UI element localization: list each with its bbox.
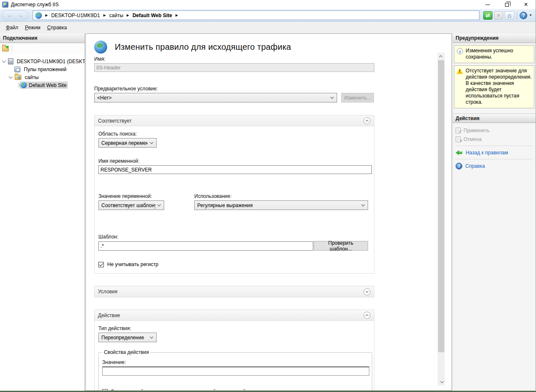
actions-list: ✓ Применить × Отмена Назад к правилам ? … (453, 123, 536, 172)
refresh-icon[interactable]: ⇄ (483, 11, 492, 20)
variable-name-input[interactable] (98, 165, 372, 174)
warning-icon (456, 68, 463, 74)
using-value: Регулярные выражения (197, 202, 359, 208)
scope-select[interactable]: Серверная переменн (98, 138, 157, 148)
connections-panel: Подключения DESKTOP-U1MK9D1 (DESKTOP Пул… (0, 33, 85, 391)
variable-value-select[interactable]: Соответствует шаблону (98, 200, 164, 210)
operation-using-row: Соответствует шаблону Регулярные выражен… (98, 200, 368, 210)
replace-label: Заменить действующее значение серверной … (111, 389, 246, 391)
connections-header: Подключения (0, 33, 85, 43)
toolbar-divider (517, 12, 517, 19)
breadcrumb-item-sites[interactable]: сайты (109, 13, 124, 18)
breadcrumb-separator-icon: ▶ (126, 13, 129, 17)
match-section-header[interactable]: Соответствует (95, 115, 374, 126)
value-label: Значение: (102, 359, 368, 365)
pattern-label: Шаблон: (98, 234, 368, 240)
conditions-section: Условия (94, 286, 374, 297)
scrollbar-thumb[interactable] (438, 60, 444, 352)
expand-icon[interactable] (363, 288, 371, 295)
help-icon[interactable]: ? (520, 12, 527, 19)
replace-checkbox[interactable] (102, 389, 108, 391)
actions-divider (456, 159, 533, 159)
chevron-down-icon[interactable] (2, 59, 6, 63)
variable-value-label: Значение переменной: (98, 193, 194, 199)
breadcrumb-separator-icon: ▶ (175, 13, 178, 17)
tree-item-label: DESKTOP-U1MK9D1 (DESKTOP (15, 58, 85, 65)
using-select[interactable]: Регулярные выражения (194, 200, 368, 210)
minimize-button[interactable] (478, 0, 497, 9)
breadcrumb-item-default-web-site[interactable]: Default Web Site (132, 13, 172, 18)
server-icon (8, 58, 13, 64)
tree-item-server[interactable]: DESKTOP-U1MK9D1 (DESKTOP (0, 57, 85, 65)
site-icon (21, 82, 27, 88)
actions-header: Действия (453, 113, 536, 123)
tree-item-app-pools[interactable]: Пулы приложений (0, 65, 85, 73)
navigation-buttons: ← → (2, 10, 28, 20)
window-title: Диспетчер служб IIS (11, 2, 59, 8)
apply-action: ✓ Применить (456, 126, 533, 135)
restore-button[interactable] (497, 0, 516, 9)
close-button[interactable]: × (516, 0, 536, 9)
globe-icon (35, 12, 42, 19)
ignore-case-checkbox[interactable] (98, 262, 104, 267)
application-pools-icon (14, 67, 21, 72)
ignore-case-checkbox-row[interactable]: Не учитывать регистр (98, 261, 368, 267)
tree-item-sites[interactable]: сайты (0, 73, 85, 81)
apply-icon: ✓ (456, 128, 461, 133)
action-section-header[interactable]: Действие (95, 310, 374, 321)
conditions-section-header[interactable]: Условия (95, 286, 374, 297)
action-type-label: Тип действия: (98, 325, 368, 331)
breadcrumb-separator-icon: ▶ (45, 13, 48, 17)
vertical-scrollbar[interactable] (438, 53, 445, 385)
app-icon (2, 2, 8, 8)
action-section-body: Тип действия: Переопределение Свойства д… (95, 321, 374, 391)
collapse-icon[interactable] (363, 312, 371, 319)
feature-globe-icon (94, 41, 107, 54)
action-section: Действие Тип действия: Переопределение С… (94, 310, 374, 391)
forward-icon[interactable]: → (18, 13, 23, 18)
breadcrumb-item-server[interactable]: DESKTOP-U1MK9D1 (51, 13, 100, 18)
address-bar: ← → ▶ DESKTOP-U1MK9D1 ▶ сайты ▶ Default … (0, 9, 536, 22)
stop-icon: × (494, 11, 503, 20)
conditions-section-title: Условия (98, 289, 363, 295)
precondition-select[interactable]: <Нет> (94, 93, 337, 102)
help-label: Справка (465, 163, 485, 169)
help-dropdown-icon[interactable]: ▼ (529, 13, 532, 17)
precondition-row: <Нет> Изменить... (94, 93, 374, 102)
back-to-rules-action[interactable]: Назад к правилам (456, 148, 533, 157)
chevron-down-icon (150, 141, 153, 144)
pattern-row: Проверить шаблон... (98, 241, 368, 251)
scroll-up-icon[interactable] (438, 53, 445, 60)
collapse-icon[interactable] (363, 117, 371, 124)
scope-label: Область поиска: (98, 131, 368, 137)
value-input[interactable] (102, 366, 369, 376)
test-pattern-button[interactable]: Проверить шаблон... (314, 241, 368, 251)
precondition-value: <Нет> (97, 95, 328, 101)
action-type-select[interactable]: Переопределение (98, 333, 157, 342)
scroll-down-icon[interactable] (438, 378, 445, 385)
apply-label: Применить (464, 128, 490, 133)
actions-divider (456, 146, 533, 146)
action-properties-group: Свойства действия Значение: Заменить дей… (98, 352, 372, 391)
name-label: Имя: (94, 56, 374, 62)
variable-value: Соответствует шаблону (101, 202, 155, 208)
breadcrumb[interactable]: ▶ DESKTOP-U1MK9D1 ▶ сайты ▶ Default Web … (33, 10, 479, 20)
action-properties-legend: Свойства действия (102, 349, 150, 355)
menu-view[interactable]: Режим (22, 25, 44, 31)
tree-item-default-web-site[interactable]: Default Web Site (0, 81, 85, 89)
pattern-input[interactable] (98, 241, 313, 251)
chevron-down-icon (150, 335, 153, 338)
help-action[interactable]: ? Справка (456, 161, 533, 170)
back-icon[interactable]: ← (7, 13, 13, 18)
chevron-down-icon[interactable] (9, 74, 13, 79)
chevron-down-icon (157, 203, 161, 206)
main-content: Изменить правило для исходящего трафика … (85, 33, 452, 391)
replace-checkbox-row[interactable]: Заменить действующее значение серверной … (102, 389, 368, 391)
menu-help[interactable]: Справка (44, 25, 70, 31)
create-connection-icon[interactable] (2, 46, 9, 51)
using-label: Использование: (194, 193, 232, 199)
window-controls: × (478, 0, 536, 9)
home-icon[interactable]: ⌂ (505, 11, 514, 20)
menu-file[interactable]: Файл (3, 25, 22, 31)
iis-manager-window: Диспетчер служб IIS × ← → ▶ DESKTOP-U1MK… (0, 0, 536, 392)
